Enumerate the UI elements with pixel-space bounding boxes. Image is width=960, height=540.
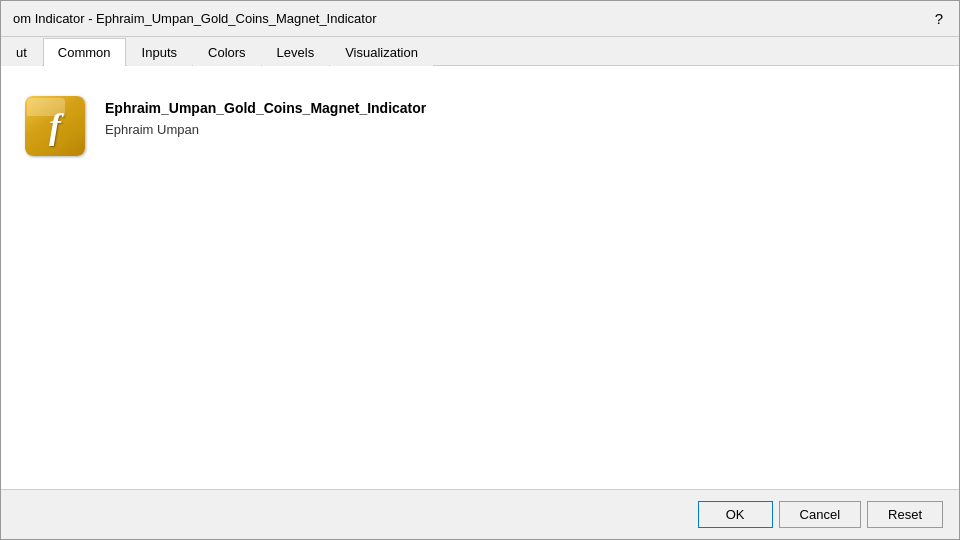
indicator-icon: f — [25, 96, 85, 156]
tab-levels[interactable]: Levels — [262, 38, 330, 66]
tab-inputs[interactable]: Inputs — [127, 38, 192, 66]
dialog-window: om Indicator - Ephraim_Umpan_Gold_Coins_… — [0, 0, 960, 540]
indicator-name: Ephraim_Umpan_Gold_Coins_Magnet_Indicato… — [105, 100, 426, 116]
icon-box: f — [25, 96, 85, 156]
content-area: f Ephraim_Umpan_Gold_Coins_Magnet_Indica… — [1, 66, 959, 489]
bottom-bar: OK Cancel Reset — [1, 489, 959, 539]
ok-button[interactable]: OK — [698, 501, 773, 528]
tab-about[interactable]: ut — [1, 38, 42, 66]
reset-button[interactable]: Reset — [867, 501, 943, 528]
help-button[interactable]: ? — [931, 10, 947, 27]
icon-letter: f — [49, 108, 61, 144]
title-text: om Indicator - Ephraim_Umpan_Gold_Coins_… — [13, 11, 376, 26]
tab-visualization[interactable]: Visualization — [330, 38, 433, 66]
indicator-details: Ephraim_Umpan_Gold_Coins_Magnet_Indicato… — [105, 96, 426, 137]
cancel-button[interactable]: Cancel — [779, 501, 861, 528]
tab-colors[interactable]: Colors — [193, 38, 261, 66]
tab-common[interactable]: Common — [43, 38, 126, 66]
tab-bar: ut Common Inputs Colors Levels Visualiza… — [1, 37, 959, 66]
title-bar: om Indicator - Ephraim_Umpan_Gold_Coins_… — [1, 1, 959, 37]
indicator-info: f Ephraim_Umpan_Gold_Coins_Magnet_Indica… — [25, 86, 935, 156]
indicator-author: Ephraim Umpan — [105, 122, 426, 137]
